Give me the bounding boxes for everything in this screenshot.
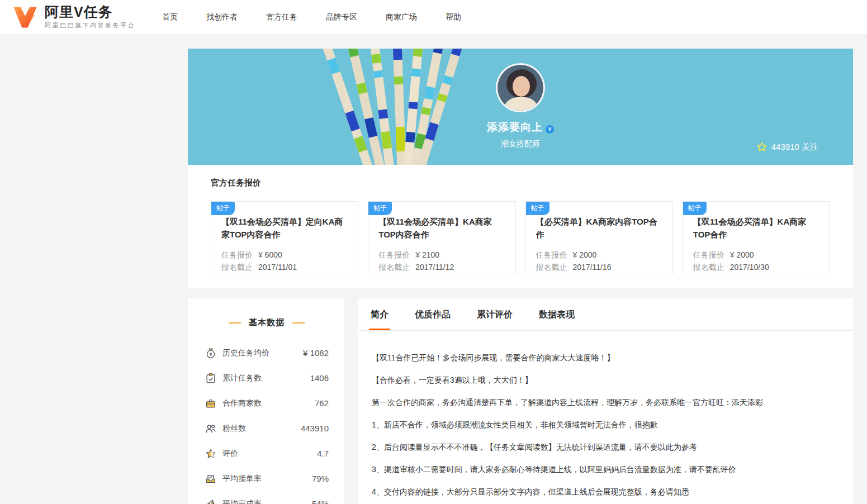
- stat-label: 累计任务数: [222, 373, 262, 383]
- stat-value: 4.7: [317, 449, 329, 458]
- price-value: ¥ 2000: [573, 249, 597, 261]
- svg-text:¥: ¥: [210, 351, 212, 356]
- task-count-icon: [205, 372, 217, 384]
- task-title: 【必买清单】KA商家内容TOP合作: [536, 215, 662, 242]
- nav-item-help[interactable]: 帮助: [443, 9, 463, 26]
- intro-paragraph: 3、渠道审核小二需要时间，请大家务必耐心等待渠道上线，以阿里妈妈后台流量数据为准…: [372, 464, 840, 475]
- task-title: 【双11会场必买清单】KA商家TOP内容合作: [378, 215, 505, 242]
- price-label: 任务报价: [378, 249, 410, 261]
- logo-subtitle: 阿里巴巴旗下内容服务平台: [45, 21, 135, 30]
- tab-reviews[interactable]: 累计评价: [477, 298, 513, 330]
- post-type-badge: 帖子: [211, 202, 235, 215]
- deadline-value: 2017/11/01: [258, 261, 297, 273]
- star-follow-icon: [756, 141, 767, 153]
- section-title: 官方任务报价: [211, 178, 830, 188]
- main-nav: 首页 找创作者 官方任务 品牌专区 商家广场 帮助: [160, 9, 487, 26]
- profile-category: 潮女搭配师: [188, 139, 853, 149]
- followers-count: 443910 关注: [771, 142, 818, 153]
- logo-v-icon: [12, 6, 38, 29]
- logo-title: 阿里V任务: [45, 4, 135, 19]
- stat-row-accept-rate: 平均接单率 79%: [205, 466, 329, 491]
- stat-row-task-count: 累计任务数 1406: [205, 365, 329, 391]
- intro-paragraph: 【双11合作已开始！多会场同步展现，需要合作的商家大大速度咯！】: [372, 352, 840, 363]
- intro-content: 【双11合作已开始！多会场同步展现，需要合作的商家大大速度咯！】 【合作必看，一…: [358, 331, 853, 497]
- stat-label: 评价: [222, 449, 238, 459]
- deadline-value: 2017/11/12: [415, 261, 454, 273]
- intro-paragraph: 第一次合作的商家，务必沟通清楚再下单，了解渠道内容上线流程，理解万岁，务必联系唯…: [372, 397, 840, 408]
- profile-avatar: [496, 63, 545, 112]
- post-type-badge: 帖子: [368, 202, 392, 215]
- basic-data-panel: 基本数据 ¥ 历史任务均价 ¥ 1082 累计任务数 1: [188, 298, 344, 504]
- stat-value: 1406: [310, 373, 329, 383]
- price-value: ¥ 6000: [258, 249, 282, 261]
- intro-paragraph: 1、新店不合作，领域必须跟潮流女性类目相关，非相关领域暂时无法合作，很抱歉: [372, 419, 840, 430]
- profile-banner: 添添要向上 V 潮女搭配师 443910 关注: [188, 49, 853, 165]
- deadline-label: 报名截止: [693, 261, 724, 273]
- stat-row-merchants: 合作商家数 762: [205, 391, 329, 416]
- profile-detail-card: 简介 优质作品 累计评价 数据表现 【双11合作已开始！多会场同步展现，需要合作…: [358, 298, 853, 504]
- fans-icon: [205, 422, 217, 435]
- stat-value: 79%: [312, 474, 329, 483]
- completion-rate-icon: [205, 498, 217, 504]
- task-card[interactable]: 帖子 【双11会场必买清单】KA商家TOP内容合作 任务报价¥ 2100 报名截…: [368, 201, 515, 274]
- deadline-value: 2017/10/30: [730, 261, 769, 273]
- stat-row-avg-price: ¥ 历史任务均价 ¥ 1082: [205, 340, 329, 365]
- task-title: 【双11会场必买清单】定向KA商家TOP内容合作: [221, 215, 348, 242]
- price-label: 任务报价: [693, 249, 724, 261]
- site-logo[interactable]: 阿里V任务 阿里巴巴旗下内容服务平台: [12, 4, 135, 30]
- price-label: 任务报价: [536, 249, 567, 261]
- stat-value: 54%: [312, 499, 329, 504]
- title-dash-left: [229, 322, 241, 324]
- stat-label: 历史任务均价: [222, 348, 269, 358]
- stat-label: 平均完成率: [222, 499, 262, 504]
- deadline-label: 报名截止: [378, 261, 410, 273]
- nav-item-official-tasks[interactable]: 官方任务: [264, 9, 300, 26]
- stat-row-fans: 粉丝数 443910: [205, 416, 329, 441]
- profile-name: 添添要向上: [487, 120, 543, 135]
- intro-paragraph: 4、交付内容的链接，大部分只显示部分文字内容，但渠道上线后会展现完整版，务必请知…: [372, 486, 840, 497]
- official-tasks-section: 官方任务报价 帖子 【双11会场必买清单】定向KA商家TOP内容合作 任务报价¥…: [188, 165, 853, 288]
- price-value: ¥ 2000: [730, 249, 754, 261]
- verified-badge-icon: V: [546, 125, 554, 134]
- site-header: 阿里V任务 阿里巴巴旗下内容服务平台 首页 找创作者 官方任务 品牌专区 商家广…: [0, 0, 867, 35]
- intro-paragraph: 【合作必看，一定要看3遍以上哦，大大们！】: [372, 374, 840, 386]
- intro-paragraph: 2、后台阅读量显示不不不准确，【任务文章阅读数】无法统计到渠道流量，请不要以此为…: [372, 441, 840, 453]
- money-bag-icon: ¥: [205, 347, 217, 359]
- stat-value: 762: [315, 398, 329, 408]
- task-card[interactable]: 帖子 【双11会场必买清单】KA商家TOP合作 任务报价¥ 2000 报名截止2…: [683, 201, 830, 274]
- stat-label: 平均接单率: [222, 474, 262, 484]
- nav-item-merchant-plaza[interactable]: 商家广场: [383, 9, 419, 26]
- follow-button[interactable]: 443910 关注: [756, 141, 818, 153]
- nav-item-brand-zone[interactable]: 品牌专区: [324, 9, 359, 26]
- post-type-badge: 帖子: [526, 202, 549, 215]
- deadline-label: 报名截止: [221, 261, 253, 273]
- tab-featured-works[interactable]: 优质作品: [415, 298, 451, 330]
- nav-item-find-creators[interactable]: 找创作者: [204, 9, 240, 26]
- task-card[interactable]: 帖子 【双11会场必买清单】定向KA商家TOP内容合作 任务报价¥ 6000 报…: [211, 201, 358, 274]
- accept-rate-icon: [205, 473, 217, 485]
- star-icon: [205, 448, 217, 460]
- stat-value: 443910: [301, 424, 329, 433]
- task-card[interactable]: 帖子 【必买清单】KA商家内容TOP合作 任务报价¥ 2000 报名截止2017…: [525, 201, 673, 274]
- stat-value: ¥ 1082: [303, 348, 329, 358]
- tab-data-performance[interactable]: 数据表现: [539, 298, 575, 330]
- nav-item-home[interactable]: 首页: [160, 9, 180, 26]
- tab-intro[interactable]: 简介: [371, 298, 389, 330]
- price-value: ¥ 2100: [415, 249, 439, 261]
- deadline-value: 2017/11/16: [573, 261, 612, 273]
- post-type-badge: 帖子: [683, 202, 707, 215]
- stat-row-rating: 评价 4.7: [205, 441, 329, 466]
- profile-tabs: 简介 优质作品 累计评价 数据表现: [358, 298, 853, 331]
- task-title: 【双11会场必买清单】KA商家TOP合作: [693, 215, 819, 242]
- briefcase-icon: [205, 397, 217, 410]
- stat-label: 粉丝数: [222, 424, 246, 434]
- basic-data-title: 基本数据: [249, 317, 285, 328]
- deadline-label: 报名截止: [536, 261, 567, 273]
- stat-label: 合作商家数: [222, 398, 262, 408]
- price-label: 任务报价: [221, 249, 253, 261]
- title-dash-right: [292, 322, 305, 324]
- stat-row-completion-rate: 平均完成率 54%: [205, 491, 329, 504]
